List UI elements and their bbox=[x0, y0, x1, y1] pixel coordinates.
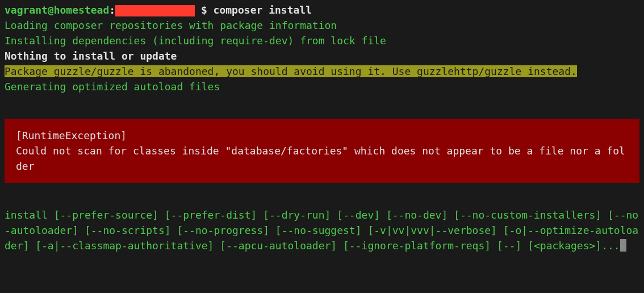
terminal-cursor bbox=[620, 239, 626, 252]
terminal-output: vagrant@homestead: $ composer install Lo… bbox=[5, 2, 639, 253]
prompt-user-host: vagrant@homestead bbox=[5, 4, 109, 16]
prompt-separator: : bbox=[109, 4, 115, 16]
prompt-line: vagrant@homestead: $ composer install bbox=[5, 2, 639, 18]
blank-line-2 bbox=[5, 192, 639, 207]
blank-line bbox=[5, 94, 639, 110]
error-title: [RuntimeException] bbox=[16, 128, 628, 143]
error-box: [RuntimeException] Could not scan for cl… bbox=[5, 119, 639, 183]
output-warning: Package guzzle/guzzle is abandoned, you … bbox=[5, 64, 639, 79]
error-message: Could not scan for classes inside "datab… bbox=[16, 143, 628, 174]
command-text: composer install bbox=[214, 4, 312, 16]
output-line-1: Loading composer repositories with packa… bbox=[5, 18, 639, 33]
output-line-3: Nothing to install or update bbox=[5, 48, 639, 64]
output-line-5: Generating optimized autoload files bbox=[5, 79, 639, 94]
usage-line: install [--prefer-source] [--prefer-dist… bbox=[5, 207, 639, 253]
warning-text: Package guzzle/guzzle is abandoned, you … bbox=[5, 65, 577, 77]
prompt-dollar: $ bbox=[195, 4, 214, 16]
usage-text: install [--prefer-source] [--prefer-dist… bbox=[5, 209, 638, 252]
output-line-2: Installing dependencies (including requi… bbox=[5, 33, 639, 48]
redacted-path bbox=[115, 5, 195, 16]
